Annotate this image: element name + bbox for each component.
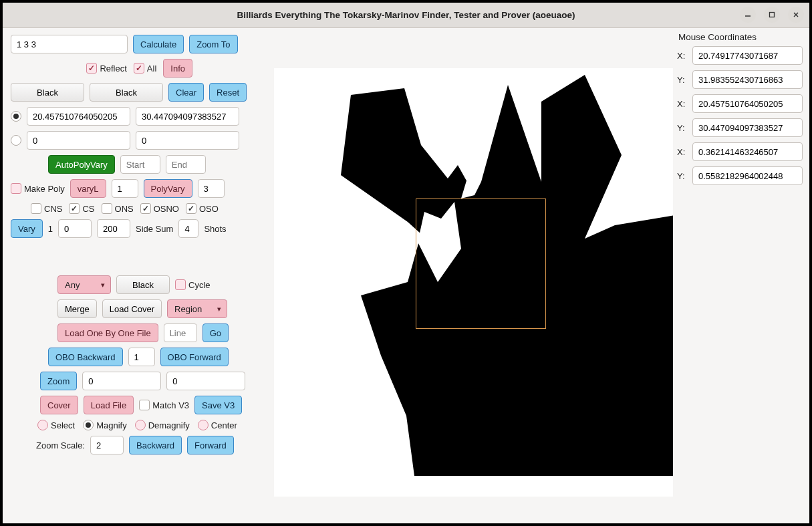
load-obo-file-button[interactable]: Load One By One File <box>57 323 158 342</box>
vary-high-input[interactable] <box>97 219 130 238</box>
right-panel: Mouse Coordinates X: Y: X: Y: X: Y: <box>673 28 809 523</box>
region-select-label: Region <box>174 304 202 314</box>
forward-button[interactable]: Forward <box>187 436 234 454</box>
coord2-radio[interactable] <box>11 135 21 146</box>
x2-input[interactable] <box>27 131 130 150</box>
cs-label: CS <box>82 204 94 214</box>
window-title: Billiards Everything The Tokarsky-Marino… <box>237 10 575 20</box>
vary-one-label: 1 <box>48 224 53 234</box>
black2-button[interactable]: Black <box>90 83 163 102</box>
minimize-button[interactable] <box>740 7 756 23</box>
cycle-checkbox[interactable]: Cycle <box>175 279 211 290</box>
oso-checkbox[interactable]: OSO <box>186 203 219 214</box>
cover-button[interactable]: Cover <box>40 396 78 414</box>
info-button[interactable]: Info <box>163 59 192 78</box>
coord1-radio[interactable] <box>11 111 21 122</box>
reflect-label: Reflect <box>100 63 126 74</box>
maximize-button[interactable] <box>764 7 780 23</box>
merge-button[interactable]: Merge <box>57 299 97 318</box>
content-area: Calculate Zoom To Reflect All Info Black… <box>3 28 809 523</box>
select-label: Select <box>51 420 75 430</box>
reflect-checkbox[interactable]: Reflect <box>86 63 126 74</box>
close-icon <box>793 11 799 18</box>
y-label-2: Y: <box>677 123 688 133</box>
zoom-button[interactable]: Zoom <box>40 372 77 390</box>
polyvary-input[interactable] <box>198 179 225 198</box>
reset-button[interactable]: Reset <box>209 83 247 102</box>
options-row: Reflect All Info <box>11 59 259 78</box>
mouse-y2[interactable] <box>692 118 803 137</box>
obo-forward-button[interactable]: OBO Forward <box>160 348 229 366</box>
all-label: All <box>147 63 156 74</box>
canvas[interactable] <box>274 68 673 497</box>
osno-checkbox[interactable]: OSNO <box>140 203 179 214</box>
cycle-label: Cycle <box>188 280 211 290</box>
calculate-button[interactable]: Calculate <box>133 35 184 53</box>
shots-label: Shots <box>204 224 226 234</box>
make-poly-checkbox[interactable]: Make Poly <box>11 183 65 194</box>
x-label-3: X: <box>677 147 688 157</box>
load-file-button[interactable]: Load File <box>84 396 134 414</box>
side-sum-input[interactable] <box>178 219 198 238</box>
window-controls <box>740 7 804 23</box>
start-input[interactable] <box>120 155 160 174</box>
go-button[interactable]: Go <box>202 323 229 342</box>
black1-button[interactable]: Black <box>11 83 84 102</box>
cns-checkbox[interactable]: CNS <box>31 203 62 214</box>
save-v3-button[interactable]: Save V3 <box>194 396 242 414</box>
region-select[interactable]: Region <box>167 299 227 318</box>
clear-button[interactable]: Clear <box>168 83 204 102</box>
y2-input[interactable] <box>136 131 239 150</box>
minimize-icon <box>745 11 751 18</box>
demagnify-radio[interactable]: Demagnify <box>135 420 190 430</box>
click-mode-row: Select Magnify Demagnify Center <box>11 420 259 430</box>
y-label-1: Y: <box>677 75 688 85</box>
black3-button[interactable]: Black <box>116 275 170 294</box>
vary-low-input[interactable] <box>58 219 92 238</box>
center-label: Center <box>211 420 237 430</box>
match-v3-checkbox[interactable]: Match V3 <box>139 400 189 410</box>
mouse-y3[interactable] <box>692 166 803 185</box>
mouse-y1[interactable] <box>692 70 803 89</box>
varyl-input[interactable] <box>112 179 138 198</box>
x1-input[interactable] <box>27 107 130 126</box>
x-label-1: X: <box>677 51 688 61</box>
center-radio[interactable]: Center <box>198 420 237 430</box>
zoom-y-input[interactable] <box>166 372 245 390</box>
y-label-3: Y: <box>677 171 688 181</box>
ons-checkbox[interactable]: ONS <box>102 203 134 214</box>
line-input[interactable] <box>164 323 197 342</box>
mouse-x3[interactable] <box>692 142 803 161</box>
mouse-x1[interactable] <box>692 46 803 65</box>
load-cover-button[interactable]: Load Cover <box>102 299 162 318</box>
zoom-to-button[interactable]: Zoom To <box>189 35 237 53</box>
checkbox-row: CNS CS ONS OSNO OSO <box>11 203 259 214</box>
all-checkbox[interactable]: All <box>134 63 156 74</box>
select-radio[interactable]: Select <box>37 420 75 430</box>
zoom-row: Zoom <box>11 372 259 390</box>
backward-button[interactable]: Backward <box>129 436 182 454</box>
autopolyvary-button[interactable]: AutoPolyVary <box>48 155 115 174</box>
magnify-radio[interactable]: Magnify <box>83 420 127 430</box>
demagnify-label: Demagnify <box>148 420 190 430</box>
end-input[interactable] <box>166 155 206 174</box>
varyl-button[interactable]: varyL <box>70 179 106 198</box>
cs-checkbox[interactable]: CS <box>69 203 94 214</box>
any-select[interactable]: Any <box>57 275 111 294</box>
mouse-x2[interactable] <box>692 94 803 113</box>
spacer <box>11 243 259 270</box>
polyvary-button[interactable]: PolyVary <box>144 179 192 198</box>
zoom-scale-input[interactable] <box>90 436 124 454</box>
obo-index-input[interactable] <box>128 348 155 366</box>
vary-button[interactable]: Vary <box>11 219 43 238</box>
cover-row: Cover Load File Match V3 Save V3 <box>11 396 259 414</box>
side-sum-label: Side Sum <box>136 224 173 234</box>
vary-row: Vary 1 Side Sum Shots <box>11 219 259 238</box>
zoom-x-input[interactable] <box>82 372 161 390</box>
zoom-rectangle <box>416 199 546 329</box>
sequence-input[interactable] <box>11 35 128 53</box>
obo-backward-button[interactable]: OBO Backward <box>48 348 123 366</box>
y1-input[interactable] <box>136 107 239 126</box>
close-button[interactable] <box>788 7 804 23</box>
cns-label: CNS <box>44 204 62 214</box>
